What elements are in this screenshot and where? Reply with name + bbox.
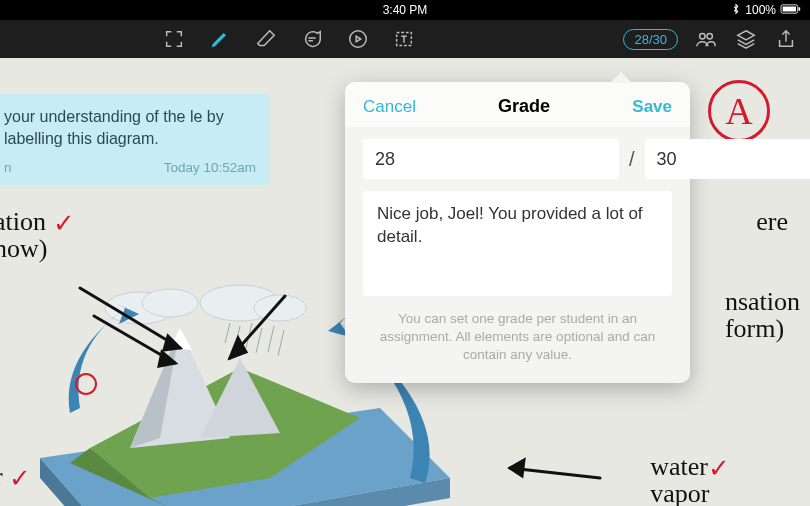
save-button[interactable]: Save <box>632 97 672 117</box>
layers-icon[interactable] <box>734 27 758 51</box>
battery-icon <box>780 3 802 17</box>
svg-marker-27 <box>164 336 180 350</box>
comment-textarea[interactable]: Nice job, Joel! You provided a lot of de… <box>363 191 672 296</box>
grade-pill[interactable]: 28/30 <box>623 29 678 50</box>
canvas[interactable]: your understanding of the le by labellin… <box>0 58 810 506</box>
red-circle-annotation <box>75 373 97 395</box>
toolbar: 28/30 <box>0 20 810 58</box>
popover-title: Grade <box>498 96 550 117</box>
battery-percent: 100% <box>745 3 776 17</box>
pencil-icon[interactable] <box>208 27 232 51</box>
eraser-icon[interactable] <box>254 27 278 51</box>
score-input[interactable] <box>363 139 619 179</box>
status-time: 3:40 PM <box>383 3 428 17</box>
svg-rect-2 <box>799 7 801 10</box>
popover-hint: You can set one grade per student in an … <box>345 296 690 383</box>
text-box-icon[interactable] <box>392 27 416 51</box>
fullscreen-icon[interactable] <box>162 27 186 51</box>
status-bar: 3:40 PM 100% <box>0 0 810 20</box>
svg-marker-33 <box>510 460 524 476</box>
svg-point-3 <box>350 31 367 48</box>
svg-point-6 <box>707 34 713 40</box>
cancel-button[interactable]: Cancel <box>363 97 416 117</box>
svg-point-5 <box>700 34 706 40</box>
slash-separator: / <box>629 148 635 171</box>
bluetooth-icon <box>731 3 741 18</box>
outof-input[interactable] <box>645 139 810 179</box>
chat-icon[interactable] <box>300 27 324 51</box>
status-right: 100% <box>731 3 802 18</box>
voice-chat-icon[interactable] <box>346 27 370 51</box>
svg-marker-29 <box>159 352 175 366</box>
people-icon[interactable] <box>694 27 718 51</box>
svg-rect-1 <box>783 7 796 12</box>
grade-popover: Cancel Grade Save / Nice job, Joel! You … <box>345 82 690 383</box>
share-icon[interactable] <box>774 27 798 51</box>
